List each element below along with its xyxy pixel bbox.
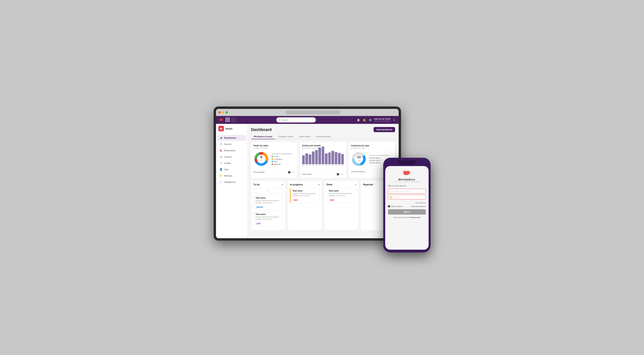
address-bar[interactable] [286, 110, 341, 114]
tasks-count: 9 [260, 156, 262, 159]
sign-icon: 👤 [220, 168, 223, 171]
sidebar-item-bookmarks[interactable]: 🔖 Bookmarks [217, 148, 246, 154]
tasks-footer-icons: ⬛ ⚙ [288, 170, 295, 174]
user-company: Mochadocs Enterprise [374, 120, 390, 122]
bookmark-icon: 🔖 [220, 149, 223, 152]
kanban-card-todo-1[interactable]: Task name Wireless dynamic blogospheres … [254, 195, 283, 210]
done-col-title: Done [327, 183, 332, 186]
page-title: Dashboard [251, 128, 272, 132]
entries-chart-footer: View entries ⬛ ⚙ [302, 171, 344, 176]
kanban-card-todo-2[interactable]: Task name Wireless dynamic blogospheres … [254, 212, 283, 226]
bar-rect [309, 154, 311, 164]
bar-label: 01 [326, 165, 327, 166]
tasks-export-icon[interactable]: ⬛ [288, 170, 291, 174]
entries-export-icon[interactable]: ⬛ [336, 172, 340, 176]
contracts-count: 13 [357, 156, 360, 159]
card-title: Task name [256, 197, 281, 199]
phone-logo-area: Mochadocs Create · Sign · Manage [394, 169, 420, 182]
inprogress-label: In progress [274, 158, 282, 160]
keep-signed-text: Keep me signed in [391, 206, 403, 207]
recent-icon: 🕐 [220, 142, 223, 146]
email-placeholder: Business email address [392, 190, 422, 192]
tab-team[interactable]: Team board [296, 134, 313, 139]
bar-label: 10 [316, 165, 317, 166]
kanban-card-done-1[interactable]: Task name Wireless dynamic blogospheres … [327, 188, 356, 203]
view-contracts-link[interactable]: View all contracts [351, 170, 365, 172]
search-placeholder: Search [281, 119, 288, 121]
tasks-legend: To do In progress [272, 156, 292, 165]
tasks-chart-body: 9 ↑3 New task in selected period [254, 151, 295, 167]
sidebar-item-sign[interactable]: 👤 Sign [217, 166, 246, 172]
phone-logo-svg [401, 169, 413, 177]
show-password-link[interactable]: Show password [416, 202, 426, 204]
phone-notch [398, 160, 416, 164]
todo-col-header: To do 2 [254, 183, 283, 186]
bar-label: 07 [306, 165, 308, 166]
tab-company[interactable]: Company board [275, 134, 296, 139]
dashboard-icon: ◎ [220, 136, 223, 140]
sidebar-item-create[interactable]: ✕ Create [217, 160, 246, 166]
create-icon: ✕ [220, 162, 223, 165]
show-all-tasks-link[interactable]: Show all tasks [254, 171, 265, 173]
clipboard-icon[interactable]: 📋 [356, 118, 360, 122]
bar-label: 12 [322, 165, 324, 166]
phone-brand-name: Mochadocs [398, 178, 415, 181]
bar-rect [338, 153, 340, 164]
contracts-chart-title: Contracts by type [351, 144, 392, 147]
phone-password-input-group[interactable]: 🔒 Password * [388, 195, 426, 200]
sidebar-item-intelligence[interactable]: 📄 Intelligence [217, 179, 246, 185]
forgot-password-link[interactable]: Forgot your password? [411, 206, 426, 207]
keep-signed-label[interactable]: ✓ Keep me signed in [388, 205, 403, 207]
traffic-light-yellow[interactable] [222, 111, 224, 114]
bar-05: 05 [338, 153, 340, 166]
card-tag: MEDIUM [256, 206, 264, 208]
bar-rect [302, 156, 305, 164]
sidebar-item-custom[interactable]: ⊞ Custom [217, 154, 246, 160]
search-icon [278, 119, 280, 121]
entries-footer-icons: ⬛ ⚙ [336, 172, 344, 176]
charts-row: Tasks by state 24 May - 23 June [251, 142, 395, 178]
tasks-donut-chart: 9 ↑3 [254, 151, 269, 167]
tasks-chart-card: Tasks by state 24 May - 23 June [251, 142, 298, 178]
tasks-settings-icon[interactable]: ⚙ [292, 170, 295, 174]
user-dropdown-icon[interactable]: ▾ [392, 118, 396, 122]
apps-grid-button[interactable] [226, 118, 230, 122]
view-entries-link[interactable]: View entries [302, 173, 312, 175]
bar-label: 08 [309, 165, 311, 166]
sidebar-home[interactable]: 🏠 Home [216, 124, 247, 134]
done-label: Done [274, 161, 278, 163]
new-item-button[interactable]: + [232, 118, 236, 122]
create-account-link[interactable]: Create account [410, 216, 420, 218]
user-profile[interactable]: Huib van der Struik Mochadocs Enterprise [374, 118, 390, 122]
search-input[interactable]: Search [276, 117, 316, 122]
traffic-light-green[interactable] [226, 111, 228, 114]
no-account-text: Don't have an account? [394, 216, 409, 218]
tasks-donut-center: 9 ↑3 [260, 156, 262, 162]
kanban-card-inprogress-1[interactable]: Task name Wireless dynamic blogospheres … [290, 188, 320, 203]
keep-signed-checkbox[interactable]: ✓ [388, 205, 390, 207]
todo-add-button[interactable]: + [254, 188, 283, 194]
bar-11: 11 [318, 148, 321, 166]
add-dashboard-button[interactable]: Add dashboard [374, 127, 395, 132]
intelligence-icon: 📄 [220, 180, 223, 184]
sidebar-item-dashboard[interactable]: ◎ Dashboard [217, 135, 246, 141]
card-desc: Wireless dynamic blogospheres facilitate… [256, 200, 281, 204]
email-required-indicator: * [423, 190, 424, 192]
bar-rect [318, 148, 321, 164]
tab-mochadocs[interactable]: Mochadocs board [251, 134, 275, 139]
dashboard-tabs: Mochadocs board Company board Team board… [251, 134, 395, 139]
sidebar-item-manage[interactable]: 📁 Manage [217, 173, 246, 179]
legend-done: Done [272, 161, 292, 163]
settings-icon[interactable]: ⚙️ [368, 118, 372, 122]
sidebar-item-recent[interactable]: 🕐 Recent [217, 141, 246, 147]
phone-signin-button[interactable]: Sign in [388, 209, 426, 214]
bar-rect [341, 154, 344, 164]
rejected-col-title: Rejected [363, 183, 373, 186]
tab-personal[interactable]: Personal board [313, 134, 333, 139]
phone-email-input-group[interactable]: ✉ Business email address * [388, 189, 426, 194]
entries-settings-icon[interactable]: ⚙ [341, 172, 344, 176]
bar-rect [312, 152, 314, 164]
traffic-light-red[interactable] [218, 111, 221, 114]
bar-rect [315, 150, 318, 164]
bell-icon[interactable]: 🔔 [362, 118, 366, 122]
